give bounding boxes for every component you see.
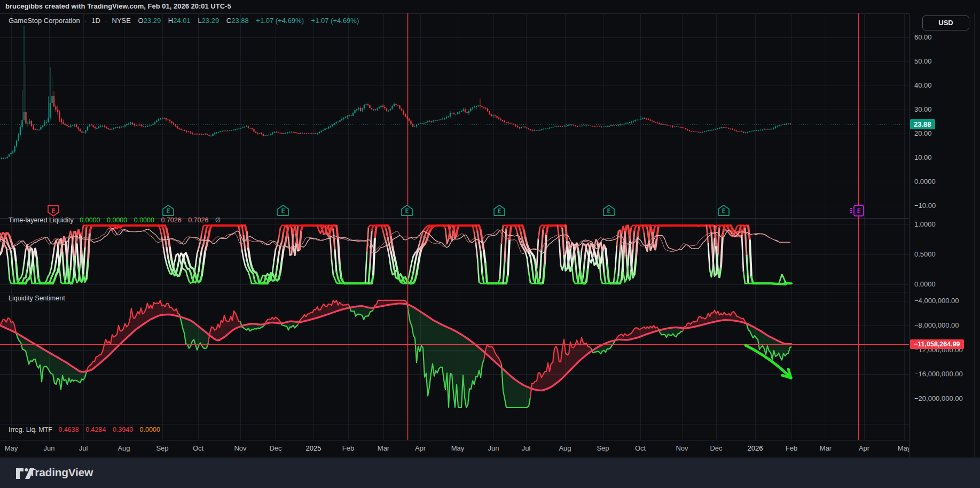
- time-axis-label: Mar: [820, 444, 832, 452]
- time-axis-label: Oct: [193, 444, 203, 452]
- indicator-legend-time-layered-liquidity[interactable]: Time-layered Liquidity 0.0000 0.0000 0.0…: [9, 216, 225, 224]
- symbol-exchange: NYSE: [112, 17, 131, 25]
- symbol-interval: 1D: [91, 17, 100, 25]
- price-tick: −8,000,000.00: [914, 321, 959, 329]
- price-tick: 0.5000: [914, 250, 936, 258]
- price-tick: −4,000,000.00: [914, 297, 959, 305]
- time-axis-label: May: [451, 444, 465, 452]
- price-tick: −20,000,000.00: [914, 394, 963, 402]
- bottom-toolbar: TradingView: [0, 458, 980, 488]
- time-axis-label: 2026: [748, 444, 763, 452]
- price-tick: 30.00: [914, 105, 932, 113]
- low-value: 23.29: [202, 17, 219, 25]
- time-axis[interactable]: MayJunJulAugSepOctNovDec2025FebMarAprMay…: [0, 440, 909, 458]
- indicator-title: Time-layered Liquidity: [9, 216, 74, 224]
- open-value: 23.29: [144, 17, 161, 25]
- earnings-house-badge[interactable]: E: [278, 205, 288, 215]
- svg-text:E: E: [497, 207, 501, 215]
- axis-edge-divider: [974, 13, 975, 457]
- time-axis-label: Dec: [710, 444, 722, 452]
- price-tick: −10.00: [914, 202, 936, 210]
- watermark: brucegibbs created with TradingView.com,…: [5, 2, 231, 10]
- indicator-value: 0.0000: [107, 216, 127, 224]
- indicator-value: Ø: [215, 216, 221, 224]
- indicator-legend-irreg-liq-mtf[interactable]: Irreg. Liq. MTF 0.4638 0.4284 0.3940 0.0…: [9, 426, 165, 433]
- svg-text:E: E: [722, 207, 725, 215]
- time-axis-label: Jul: [522, 444, 531, 452]
- indicator-value: 0.0000: [80, 216, 100, 224]
- indicator-title: Liquidity Sentiment: [9, 295, 65, 302]
- legend-separator: ·: [105, 17, 107, 25]
- tradingview-chart-window: brucegibbs created with TradingView.com,…: [0, 0, 980, 488]
- time-axis-label: Aug: [117, 444, 130, 452]
- time-axis-label: Dec: [269, 444, 281, 452]
- earnings-house-badge[interactable]: E: [494, 205, 505, 215]
- indicator-legend-liquidity-sentiment[interactable]: Liquidity Sentiment: [9, 295, 69, 302]
- price-tick: 50.00: [914, 57, 932, 65]
- high-value: 24.01: [173, 17, 191, 25]
- price-tick: 60.00: [914, 33, 932, 41]
- indicator-value: 0.0000: [134, 216, 154, 224]
- price-tick: 20.00: [914, 129, 932, 137]
- change-value: +1.07 (+4.69%): [256, 17, 304, 25]
- price-tick: 40.00: [914, 81, 932, 89]
- svg-text:E: E: [857, 207, 860, 215]
- time-axis-label: Sep: [156, 444, 168, 452]
- indicator-value: 0.0000: [140, 426, 160, 433]
- indicator-value: 0.7026: [161, 216, 181, 224]
- svg-text:E: E: [607, 207, 610, 215]
- time-axis-label: Mar: [378, 444, 389, 452]
- time-axis-label: Oct: [635, 444, 646, 452]
- svg-text:E: E: [166, 207, 170, 215]
- time-axis-label: May: [5, 444, 18, 452]
- price-tick: −16,000,000.00: [914, 370, 963, 378]
- time-axis-label: Apr: [859, 444, 869, 452]
- earnings-square-badge[interactable]: E: [850, 205, 864, 216]
- indicator-value: 0.4284: [85, 426, 106, 433]
- indicator-value: 0.7026: [188, 216, 208, 224]
- time-axis-label: Aug: [559, 444, 571, 452]
- time-axis-label: Apr: [415, 444, 426, 452]
- svg-text:E: E: [51, 207, 55, 215]
- legend-separator: ·: [84, 17, 87, 25]
- time-axis-label: Feb: [342, 444, 354, 452]
- close-label: C: [226, 17, 231, 25]
- earnings-house-badge[interactable]: E: [402, 205, 412, 215]
- earnings-house-badge[interactable]: E: [718, 205, 729, 215]
- chart-canvas[interactable]: EEEEEEEE: [0, 0, 980, 488]
- time-axis-label: Nov: [234, 444, 246, 452]
- open-label: O: [138, 17, 144, 25]
- indicator-value: 0.4638: [58, 426, 79, 433]
- time-axis-label: Jun: [488, 444, 499, 452]
- svg-text:E: E: [405, 207, 409, 215]
- time-axis-label: 2025: [306, 444, 322, 452]
- svg-text:E: E: [281, 207, 285, 215]
- indicator-value: 0.3940: [113, 426, 133, 433]
- time-axis-label: Nov: [676, 444, 688, 452]
- price-tick: 0.0000: [914, 177, 936, 185]
- symbol-title: GameStop Corporation: [9, 17, 80, 25]
- time-axis-label: Jul: [79, 444, 88, 452]
- time-axis-label: Feb: [786, 444, 797, 452]
- price-tick: 0.0000: [914, 280, 936, 288]
- price-tick: 10.00: [914, 153, 932, 161]
- symbol-legend[interactable]: GameStop Corporation · 1D · NYSE O23.29 …: [9, 17, 359, 25]
- indicator-title: Irreg. Liq. MTF: [9, 426, 52, 433]
- change-percent-value: +1.07 (+4.69%): [311, 17, 359, 25]
- sentiment-value-label: −11,058,264.99: [910, 339, 964, 349]
- price-tick: 1.0000: [914, 220, 936, 228]
- low-label: L: [198, 17, 201, 25]
- time-axis-label: Jun: [44, 444, 55, 452]
- earnings-house-badge[interactable]: E: [603, 205, 614, 215]
- high-label: H: [168, 17, 173, 25]
- price-axis[interactable]: USD 23.88 −11,058,264.99 60.0050.0040.00…: [909, 13, 980, 457]
- last-price-label: 23.88: [910, 119, 935, 129]
- tradingview-logo-text[interactable]: TradingView: [29, 466, 93, 479]
- time-axis-label: Sep: [597, 444, 609, 452]
- currency-button[interactable]: USD: [922, 16, 969, 30]
- close-value: 23.88: [231, 17, 249, 25]
- earnings-house-badge[interactable]: E: [163, 205, 174, 215]
